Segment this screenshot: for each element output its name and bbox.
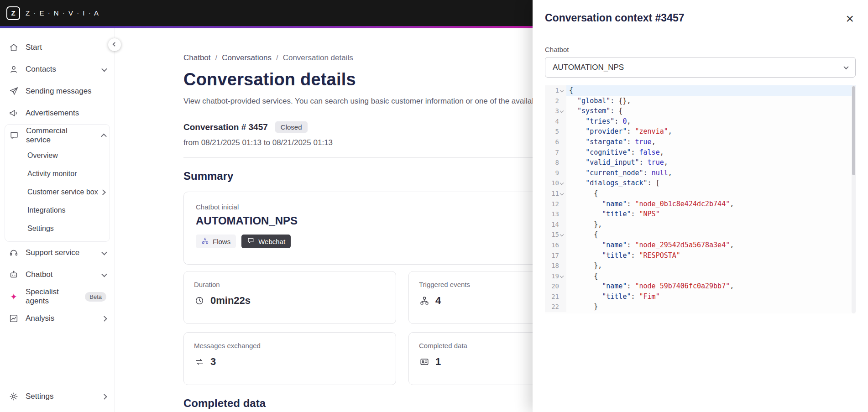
- sidebar-item-contacts[interactable]: Contacts: [0, 58, 115, 80]
- sidebar-item-advertisements[interactable]: Advertisements: [0, 102, 115, 124]
- code-text: "system": {: [566, 106, 622, 116]
- sidebar-item-commercial-service[interactable]: Commercial service: [5, 125, 110, 146]
- fold-gutter: [559, 250, 566, 261]
- exchange-arrows-icon: [194, 356, 205, 367]
- fold-arrow-icon[interactable]: [559, 188, 566, 199]
- code-text: },: [566, 261, 602, 271]
- chat-icon: [9, 130, 20, 141]
- chevron-down-icon: [843, 64, 848, 69]
- editor-scrollbar-thumb[interactable]: [852, 86, 855, 175]
- id-card-icon: [419, 356, 430, 367]
- line-number: 2: [555, 96, 559, 106]
- conversation-context-drawer: Conversation context #3457 × Chatbot AUT…: [533, 0, 868, 412]
- metric-value: 1: [435, 356, 441, 368]
- code-text: "cognitive": false,: [566, 147, 664, 158]
- line-number: 10: [551, 178, 559, 188]
- fold-gutter: [559, 199, 566, 209]
- metric-card-messages-exchanged: Messages exchanged 3: [183, 332, 396, 385]
- sidebar-subitem-customer-service-box[interactable]: Customer service box: [18, 183, 110, 201]
- sidebar-item-analysis[interactable]: Analysis: [0, 308, 115, 329]
- fold-gutter: [559, 147, 566, 158]
- code-line: 7 "cognitive": false,: [545, 147, 856, 158]
- fold-gutter: [559, 116, 566, 127]
- sidebar-subitem-overview[interactable]: Overview: [18, 146, 110, 165]
- chatbot-select-value: AUTOMATION_NPS: [553, 63, 624, 72]
- sidebar-group-commercial-service: Commercial service Overview Activity mon…: [5, 124, 110, 242]
- sidebar-subitem-settings[interactable]: Settings: [18, 219, 110, 238]
- json-context-editor[interactable]: 1{2 "global": {},3 "system": {4 "tries":…: [545, 85, 856, 313]
- webchat-tag: Webchat: [241, 235, 291, 248]
- zenvia-logo-icon: Z: [6, 6, 20, 20]
- sidebar-item-support-service[interactable]: Support service: [0, 242, 115, 264]
- sidebar-item-label: Start: [26, 43, 42, 52]
- sidebar-item-settings[interactable]: Settings: [0, 386, 115, 407]
- fold-arrow-icon[interactable]: [559, 178, 566, 188]
- breadcrumb-link-chatbot[interactable]: Chatbot: [183, 53, 211, 63]
- sidebar-subitem-activity-monitor[interactable]: Activity monitor: [18, 165, 110, 183]
- send-icon: [8, 86, 19, 97]
- fold-gutter: [559, 126, 566, 137]
- code-text: "dialogs_stack": [: [566, 178, 660, 188]
- code-text: "title": "RESPOSTA": [566, 250, 680, 261]
- editor-scrollbar: [852, 85, 856, 313]
- line-number: 7: [555, 147, 559, 158]
- line-number: 22: [551, 302, 559, 312]
- chevron-down-icon: [101, 66, 107, 72]
- breadcrumb-link-conversations[interactable]: Conversations: [222, 53, 272, 63]
- chat-bubble-icon: [247, 237, 255, 246]
- code-text: {: [566, 271, 598, 282]
- sidebar-item-label: Commercial service: [26, 126, 89, 145]
- fold-arrow-icon[interactable]: [559, 229, 566, 240]
- code-line: 10 "dialogs_stack": [: [545, 178, 856, 188]
- breadcrumb-separator: /: [276, 53, 278, 63]
- line-number: 21: [551, 292, 559, 302]
- headset-icon: [8, 247, 19, 258]
- code-line: 5 "provider": "zenvia",: [545, 126, 856, 137]
- code-line: 9 "current_node": null,: [545, 168, 856, 178]
- chevron-down-icon: [101, 249, 107, 255]
- code-line: 12 "name": "node_0b1c8e424dc2b744",: [545, 199, 856, 209]
- fold-arrow-icon[interactable]: [559, 85, 566, 96]
- code-line: 16 "name": "node_29542d5a5678a3e4",: [545, 240, 856, 250]
- fold-gutter: [559, 292, 566, 302]
- code-text: "name": "node_59b7406fc0a29bb7",: [566, 281, 734, 292]
- line-number: 19: [551, 271, 559, 282]
- robot-icon: [8, 269, 19, 280]
- code-text: "provider": "zenvia",: [566, 126, 672, 137]
- code-text: {: [566, 85, 573, 96]
- flows-tag: Flows: [196, 235, 236, 248]
- code-text: {: [566, 229, 598, 240]
- fold-gutter: [559, 240, 566, 250]
- fold-gutter: [559, 261, 566, 271]
- subitem-label: Activity monitor: [27, 170, 77, 178]
- fold-arrow-icon[interactable]: [559, 106, 566, 116]
- chatbot-select[interactable]: AUTOMATION_NPS: [545, 57, 856, 78]
- workflow-icon: [419, 295, 430, 306]
- line-number: 20: [551, 281, 559, 292]
- metric-label: Messages exchanged: [194, 342, 386, 349]
- sidebar-item-chatbot[interactable]: Chatbot: [0, 264, 115, 286]
- sidebar-collapse-button[interactable]: [108, 38, 121, 51]
- code-text: }: [566, 302, 598, 312]
- metric-value: 4: [435, 295, 441, 307]
- sidebar-item-specialist-agents[interactable]: ✦ Specialist agents Beta: [0, 286, 115, 308]
- brand-text: Z · E · N · V · I · A: [26, 9, 99, 17]
- fold-gutter: [559, 96, 566, 106]
- code-text: "valid_input": true,: [566, 157, 668, 168]
- close-button[interactable]: ×: [844, 12, 856, 26]
- sidebar-item-start[interactable]: Start: [0, 37, 115, 58]
- code-line: 2 "global": {},: [545, 96, 856, 106]
- chevron-right-icon: [101, 394, 107, 400]
- commercial-service-submenu: Overview Activity monitor Customer servi…: [18, 146, 110, 238]
- chevron-right-icon: [101, 316, 107, 322]
- fold-gutter: [559, 137, 566, 147]
- code-line: 8 "valid_input": true,: [545, 157, 856, 168]
- sidebar-item-sending-messages[interactable]: Sending messages: [0, 80, 115, 102]
- zenvia-logo[interactable]: Z Z · E · N · V · I · A: [6, 6, 99, 20]
- sidebar-subitem-integrations[interactable]: Integrations: [18, 201, 110, 219]
- fold-gutter: [559, 157, 566, 168]
- chevron-up-icon: [101, 133, 107, 139]
- chevron-down-icon: [101, 271, 107, 277]
- code-text: "stargate": true,: [566, 137, 656, 147]
- fold-arrow-icon[interactable]: [559, 271, 566, 282]
